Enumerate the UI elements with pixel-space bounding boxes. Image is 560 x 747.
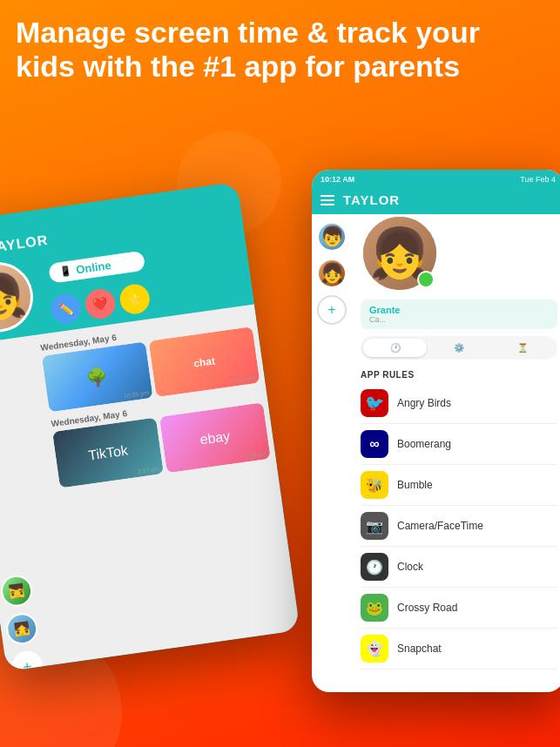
tr-app-angry-birds-name: Angry Birds	[397, 397, 451, 409]
tr-sidebar-avatar-1[interactable]: 👦	[317, 222, 347, 252]
tr-main-avatar: 👧	[361, 214, 439, 293]
tl-online-badge: 📱 Online	[48, 251, 145, 284]
tr-sidebar: 👦 👧 +	[317, 222, 347, 325]
tr-menu-icon[interactable]	[320, 195, 334, 205]
tr-date: Tue Feb 4	[520, 175, 556, 184]
tr-child-name: TAYLOR	[343, 192, 400, 207]
tr-app-clock-icon: 🕐	[361, 553, 388, 581]
tr-tab-timer[interactable]: ⏳	[491, 339, 555, 357]
tl-avatar-face	[0, 261, 35, 334]
tr-app-list: 🐦 Angry Birds ∞ Boomerang 🐝 Bumble 📷	[361, 383, 557, 670]
tl-sidebar-avatar-1[interactable]	[0, 573, 34, 609]
tr-app-boomerang-name: Boomerang	[397, 438, 451, 450]
tr-app-clock[interactable]: 🕐 Clock	[361, 547, 557, 588]
tr-granted-sub: Ca...	[369, 315, 549, 324]
tl-online-text: Online	[75, 259, 111, 276]
tr-app-bumble[interactable]: 🐝 Bumble	[361, 465, 557, 506]
tl-sidebar-avatar-2[interactable]	[4, 611, 40, 647]
tr-time: 10:12 AM	[320, 175, 354, 184]
tr-app-crossy[interactable]: 🐸 Crossy Road	[361, 588, 557, 629]
tl-sidebar: +	[0, 573, 45, 671]
tr-app-bumble-icon: 🐝	[361, 471, 388, 499]
tr-app-crossy-name: Crossy Road	[397, 602, 457, 614]
tr-tab-apps[interactable]: ⚙️	[427, 339, 490, 357]
tr-app-angry-birds[interactable]: 🐦 Angry Birds	[361, 383, 557, 424]
tr-tabs: 🕐 ⚙️ ⏳	[361, 336, 557, 360]
tl-action-buttons: ✏️ ❤️ ⭐	[49, 282, 152, 326]
tr-header: TAYLOR	[312, 189, 560, 214]
tr-app-snapchat[interactable]: 👻 Snapchat	[361, 629, 557, 670]
tr-app-camera-name: Camera/FaceTime	[397, 520, 483, 532]
tl-child-name: TAYLOR	[0, 232, 49, 256]
tl-main-avatar	[0, 258, 37, 336]
tr-add-child-button[interactable]: +	[317, 295, 347, 325]
hero-title: Manage screen time & track your kids wit…	[16, 16, 544, 84]
tr-app-angry-birds-icon: 🐦	[361, 389, 388, 417]
tr-granted-text: Grante	[369, 305, 549, 315]
tr-section-title: APP RULES	[361, 367, 557, 383]
tr-app-snapchat-icon: 👻	[361, 635, 388, 663]
tr-app-boomerang[interactable]: ∞ Boomerang	[361, 424, 557, 465]
tr-app-crossy-icon: 🐸	[361, 594, 388, 622]
tr-topbar: 10:12 AM Tue Feb 4	[312, 170, 560, 189]
tl-device-icon: 📱	[59, 265, 73, 278]
tr-app-snapchat-name: Snapchat	[397, 643, 442, 655]
tl-edit-button[interactable]: ✏️	[49, 292, 82, 325]
tr-tab-clock[interactable]: 🕐	[363, 339, 427, 357]
tablet-right: 10:12 AM Tue Feb 4 TAYLOR 👦 👧 + 👧 Grante…	[312, 170, 560, 692]
tl-star-button[interactable]: ⭐	[118, 282, 152, 315]
tr-app-boomerang-icon: ∞	[361, 430, 388, 458]
tr-main-content: 👧 Grante Ca... 🕐 ⚙️ ⏳ APP RULES 🐦 Angry …	[354, 214, 560, 670]
tr-app-camera[interactable]: 📷 Camera/FaceTime	[361, 506, 557, 547]
tl-heart-button[interactable]: ❤️	[84, 287, 117, 320]
tr-sidebar-avatar-2[interactable]: 👧	[317, 259, 347, 288]
tr-granted-box: Grante Ca...	[361, 299, 557, 329]
tl-content-area: + Wednesday, May 6 🌳 10:55 pm chat 9:24 …	[0, 304, 300, 671]
tr-app-camera-icon: 📷	[361, 512, 388, 540]
tr-app-clock-name: Clock	[397, 561, 423, 573]
tr-app-bumble-name: Bumble	[397, 479, 433, 491]
